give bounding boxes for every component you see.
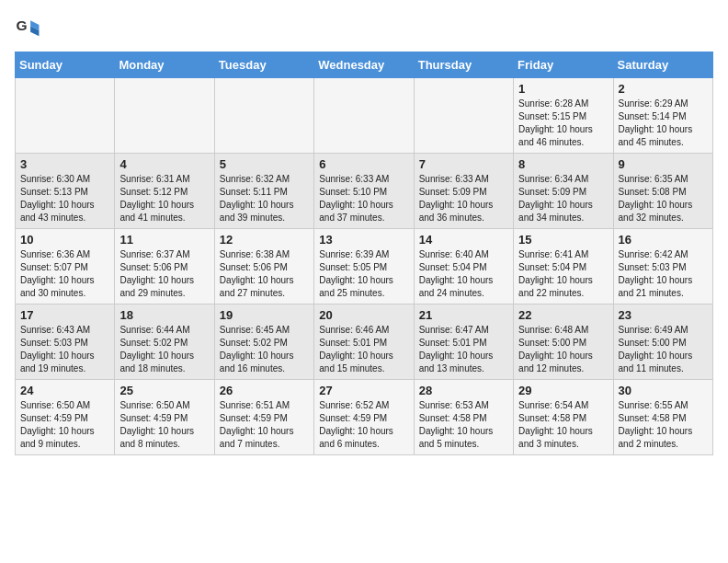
day-info: Sunrise: 6:39 AM Sunset: 5:05 PM Dayligh… <box>319 248 408 300</box>
day-number: 2 <box>619 82 708 96</box>
day-number: 23 <box>619 308 708 322</box>
calendar-cell: 8Sunrise: 6:34 AM Sunset: 5:09 PM Daylig… <box>514 154 613 229</box>
calendar-cell: 27Sunrise: 6:52 AM Sunset: 4:59 PM Dayli… <box>314 380 414 455</box>
day-info: Sunrise: 6:48 AM Sunset: 5:00 PM Dayligh… <box>518 324 608 375</box>
day-number: 26 <box>220 384 309 397</box>
day-number: 11 <box>119 233 209 247</box>
page-header: G <box>15 15 713 40</box>
day-number: 14 <box>419 233 508 247</box>
day-info: Sunrise: 6:49 AM Sunset: 5:00 PM Dayligh… <box>619 324 708 375</box>
day-number: 17 <box>20 308 109 322</box>
calendar-cell: 7Sunrise: 6:33 AM Sunset: 5:09 PM Daylig… <box>414 154 513 229</box>
day-info: Sunrise: 6:30 AM Sunset: 5:13 PM Dayligh… <box>20 173 109 224</box>
svg-text:G: G <box>17 17 28 33</box>
day-number: 28 <box>419 384 508 397</box>
calendar-cell: 18Sunrise: 6:44 AM Sunset: 5:02 PM Dayli… <box>115 304 214 380</box>
calendar-cell: 29Sunrise: 6:54 AM Sunset: 4:58 PM Dayli… <box>514 380 613 455</box>
calendar-cell: 5Sunrise: 6:32 AM Sunset: 5:11 PM Daylig… <box>214 154 313 229</box>
logo-icon: G <box>15 15 40 40</box>
day-number: 6 <box>319 157 408 171</box>
calendar-cell: 10Sunrise: 6:36 AM Sunset: 5:07 PM Dayli… <box>16 229 115 304</box>
day-info: Sunrise: 6:28 AM Sunset: 5:15 PM Dayligh… <box>518 98 608 149</box>
day-number: 4 <box>119 157 209 171</box>
day-number: 21 <box>419 308 508 322</box>
day-info: Sunrise: 6:43 AM Sunset: 5:03 PM Dayligh… <box>20 324 109 375</box>
day-info: Sunrise: 6:51 AM Sunset: 4:59 PM Dayligh… <box>220 399 309 451</box>
calendar-cell: 9Sunrise: 6:35 AM Sunset: 5:08 PM Daylig… <box>613 154 712 229</box>
weekday-header-wednesday: Wednesday <box>314 52 414 78</box>
day-number: 3 <box>20 157 109 171</box>
day-info: Sunrise: 6:46 AM Sunset: 5:01 PM Dayligh… <box>319 324 408 375</box>
day-info: Sunrise: 6:47 AM Sunset: 5:01 PM Dayligh… <box>419 324 508 375</box>
day-info: Sunrise: 6:50 AM Sunset: 4:59 PM Dayligh… <box>119 399 209 451</box>
day-number: 5 <box>220 157 309 171</box>
day-number: 9 <box>619 157 708 171</box>
calendar-cell <box>414 78 513 154</box>
calendar-cell: 1Sunrise: 6:28 AM Sunset: 5:15 PM Daylig… <box>514 78 613 154</box>
day-number: 8 <box>518 157 608 171</box>
day-number: 12 <box>220 233 309 247</box>
day-number: 18 <box>119 308 209 322</box>
weekday-header-monday: Monday <box>115 52 214 78</box>
calendar-cell: 19Sunrise: 6:45 AM Sunset: 5:02 PM Dayli… <box>214 304 313 380</box>
weekday-header-saturday: Saturday <box>613 52 712 78</box>
day-number: 30 <box>619 384 708 397</box>
weekday-header-tuesday: Tuesday <box>214 52 313 78</box>
calendar-cell: 12Sunrise: 6:38 AM Sunset: 5:06 PM Dayli… <box>214 229 313 304</box>
day-number: 1 <box>518 82 608 96</box>
day-info: Sunrise: 6:54 AM Sunset: 4:58 PM Dayligh… <box>518 399 608 451</box>
calendar-cell: 26Sunrise: 6:51 AM Sunset: 4:59 PM Dayli… <box>214 380 313 455</box>
calendar-cell <box>16 78 115 154</box>
day-info: Sunrise: 6:44 AM Sunset: 5:02 PM Dayligh… <box>119 324 209 375</box>
day-info: Sunrise: 6:35 AM Sunset: 5:08 PM Dayligh… <box>619 173 708 224</box>
day-info: Sunrise: 6:34 AM Sunset: 5:09 PM Dayligh… <box>518 173 608 224</box>
day-info: Sunrise: 6:41 AM Sunset: 5:04 PM Dayligh… <box>518 248 608 300</box>
day-info: Sunrise: 6:42 AM Sunset: 5:03 PM Dayligh… <box>619 248 708 300</box>
calendar-cell: 11Sunrise: 6:37 AM Sunset: 5:06 PM Dayli… <box>115 229 214 304</box>
weekday-header-thursday: Thursday <box>414 52 513 78</box>
day-number: 13 <box>319 233 408 247</box>
calendar-cell: 16Sunrise: 6:42 AM Sunset: 5:03 PM Dayli… <box>613 229 712 304</box>
day-info: Sunrise: 6:53 AM Sunset: 4:58 PM Dayligh… <box>419 399 508 451</box>
calendar-cell: 3Sunrise: 6:30 AM Sunset: 5:13 PM Daylig… <box>16 154 115 229</box>
day-number: 25 <box>119 384 209 397</box>
calendar-cell <box>214 78 313 154</box>
day-info: Sunrise: 6:33 AM Sunset: 5:10 PM Dayligh… <box>319 173 408 224</box>
calendar-cell <box>115 78 214 154</box>
day-info: Sunrise: 6:29 AM Sunset: 5:14 PM Dayligh… <box>619 98 708 149</box>
calendar-cell: 13Sunrise: 6:39 AM Sunset: 5:05 PM Dayli… <box>314 229 414 304</box>
day-info: Sunrise: 6:55 AM Sunset: 4:58 PM Dayligh… <box>619 399 708 451</box>
calendar-cell <box>314 78 414 154</box>
weekday-header-friday: Friday <box>514 52 613 78</box>
day-info: Sunrise: 6:31 AM Sunset: 5:12 PM Dayligh… <box>119 173 209 224</box>
day-info: Sunrise: 6:40 AM Sunset: 5:04 PM Dayligh… <box>419 248 508 300</box>
calendar-cell: 25Sunrise: 6:50 AM Sunset: 4:59 PM Dayli… <box>115 380 214 455</box>
calendar-cell: 21Sunrise: 6:47 AM Sunset: 5:01 PM Dayli… <box>414 304 513 380</box>
calendar-cell: 4Sunrise: 6:31 AM Sunset: 5:12 PM Daylig… <box>115 154 214 229</box>
day-info: Sunrise: 6:36 AM Sunset: 5:07 PM Dayligh… <box>20 248 109 300</box>
day-info: Sunrise: 6:37 AM Sunset: 5:06 PM Dayligh… <box>119 248 209 300</box>
calendar-cell: 22Sunrise: 6:48 AM Sunset: 5:00 PM Dayli… <box>514 304 613 380</box>
weekday-header-sunday: Sunday <box>16 52 115 78</box>
calendar-cell: 20Sunrise: 6:46 AM Sunset: 5:01 PM Dayli… <box>314 304 414 380</box>
day-info: Sunrise: 6:52 AM Sunset: 4:59 PM Dayligh… <box>319 399 408 451</box>
calendar-cell: 17Sunrise: 6:43 AM Sunset: 5:03 PM Dayli… <box>16 304 115 380</box>
day-number: 7 <box>419 157 508 171</box>
day-number: 15 <box>518 233 608 247</box>
calendar-cell: 30Sunrise: 6:55 AM Sunset: 4:58 PM Dayli… <box>613 380 712 455</box>
day-number: 29 <box>518 384 608 397</box>
day-number: 27 <box>319 384 408 397</box>
day-info: Sunrise: 6:38 AM Sunset: 5:06 PM Dayligh… <box>220 248 309 300</box>
day-number: 16 <box>619 233 708 247</box>
calendar-cell: 2Sunrise: 6:29 AM Sunset: 5:14 PM Daylig… <box>613 78 712 154</box>
logo: G <box>15 15 44 40</box>
day-number: 20 <box>319 308 408 322</box>
day-number: 19 <box>220 308 309 322</box>
day-info: Sunrise: 6:45 AM Sunset: 5:02 PM Dayligh… <box>220 324 309 375</box>
calendar-cell: 23Sunrise: 6:49 AM Sunset: 5:00 PM Dayli… <box>613 304 712 380</box>
day-number: 22 <box>518 308 608 322</box>
calendar-table: SundayMondayTuesdayWednesdayThursdayFrid… <box>15 52 713 455</box>
day-number: 10 <box>20 233 109 247</box>
calendar-cell: 6Sunrise: 6:33 AM Sunset: 5:10 PM Daylig… <box>314 154 414 229</box>
day-info: Sunrise: 6:50 AM Sunset: 4:59 PM Dayligh… <box>20 399 109 451</box>
